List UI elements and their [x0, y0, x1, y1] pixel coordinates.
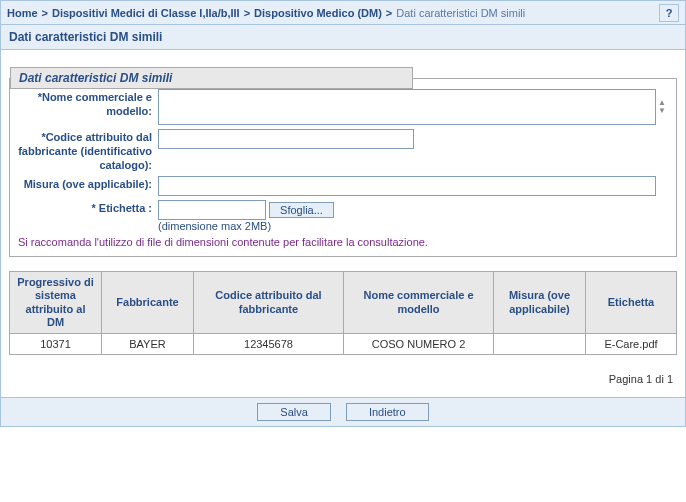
cell-fabbricante: BAYER — [102, 334, 194, 355]
cell-nome: COSO NUMERO 2 — [344, 334, 494, 355]
salva-button[interactable]: Salva — [257, 403, 331, 421]
page-title: Dati caratteristici DM simili — [1, 25, 685, 50]
breadcrumb-sep: > — [386, 7, 392, 19]
cell-codice: 12345678 — [194, 334, 344, 355]
label-misura: Misura (ove applicabile): — [18, 176, 158, 192]
label-etichetta: * Etichetta : — [18, 200, 158, 216]
form-legend: Dati caratteristici DM simili — [10, 67, 413, 89]
breadcrumb-link-home[interactable]: Home — [7, 7, 38, 19]
label-nome: *Nome commerciale e modello: — [18, 89, 158, 119]
cell-etichetta: E-Care.pdf — [586, 334, 677, 355]
footer-bar: Salva Indietro — [1, 397, 685, 426]
table-row: 10371 BAYER 12345678 COSO NUMERO 2 E-Car… — [10, 334, 677, 355]
th-codice: Codice attribuito dal fabbricante — [194, 272, 344, 334]
results-table: Progressivo di sistema attribuito al DM … — [9, 271, 677, 355]
textarea-scroll[interactable]: ▲ ▼ — [658, 99, 666, 115]
th-progressivo: Progressivo di sistema attribuito al DM — [10, 272, 102, 334]
indietro-button[interactable]: Indietro — [346, 403, 429, 421]
cell-misura — [494, 334, 586, 355]
etichetta-hint: (dimensione max 2MB) — [158, 220, 668, 232]
form-box: Dati caratteristici DM simili *Nome comm… — [9, 78, 677, 257]
breadcrumb-bar: Home > Dispositivi Medici di Classe I,II… — [1, 1, 685, 25]
row-etichetta: * Etichetta : Sfoglia... (dimensione max… — [18, 200, 668, 232]
breadcrumb: Home > Dispositivi Medici di Classe I,II… — [7, 7, 525, 19]
input-codice-fabbricante[interactable] — [158, 129, 414, 149]
content-area: Dati caratteristici DM simili *Nome comm… — [1, 50, 685, 397]
th-nome: Nome commerciale e modello — [344, 272, 494, 334]
breadcrumb-current: Dati caratteristici DM simili — [396, 7, 525, 19]
input-misura[interactable] — [158, 176, 656, 196]
th-fabbricante: Fabbricante — [102, 272, 194, 334]
browse-button[interactable]: Sfoglia... — [269, 202, 334, 218]
form-note: Si raccomanda l'utilizzo di file di dime… — [18, 236, 668, 248]
row-codice: *Codice attribuito dal fabbricante (iden… — [18, 129, 668, 172]
th-etichetta: Etichetta — [586, 272, 677, 334]
input-etichetta-file[interactable] — [158, 200, 266, 220]
breadcrumb-link-class[interactable]: Dispositivi Medici di Classe I,IIa/b,III — [52, 7, 240, 19]
th-misura: Misura (ove applicabile) — [494, 272, 586, 334]
breadcrumb-sep: > — [244, 7, 250, 19]
pager: Pagina 1 di 1 — [9, 355, 677, 389]
row-misura: Misura (ove applicabile): — [18, 176, 668, 196]
input-nome-commerciale[interactable] — [158, 89, 656, 125]
row-nome: *Nome commerciale e modello: ▲ ▼ — [18, 89, 668, 125]
chevron-down-icon[interactable]: ▼ — [658, 107, 666, 115]
breadcrumb-link-dm[interactable]: Dispositivo Medico (DM) — [254, 7, 382, 19]
app-frame: Home > Dispositivi Medici di Classe I,II… — [0, 0, 686, 427]
breadcrumb-sep: > — [42, 7, 48, 19]
cell-progressivo: 10371 — [10, 334, 102, 355]
label-codice: *Codice attribuito dal fabbricante (iden… — [18, 129, 158, 172]
help-button[interactable]: ? — [659, 4, 679, 22]
